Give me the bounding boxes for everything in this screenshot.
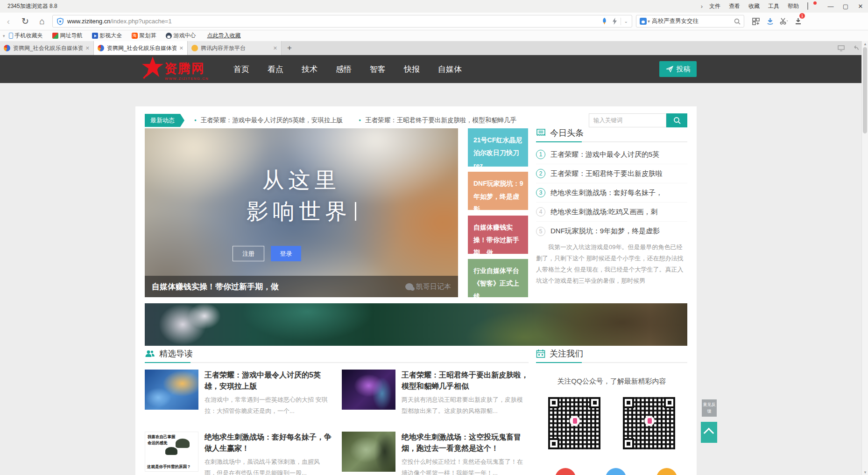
minimize-button[interactable]: — <box>823 0 838 13</box>
download-icon[interactable]: 1 <box>791 15 805 28</box>
tab-close-icon[interactable]: ✕ <box>179 45 183 51</box>
nav-tech[interactable]: 技术 <box>302 64 318 75</box>
site-search <box>589 113 687 127</box>
share-icon-red[interactable] <box>555 468 576 475</box>
bookmark-site-nav[interactable]: 网址导航 <box>52 32 83 40</box>
new-tab-button[interactable]: + <box>282 41 297 55</box>
chevron-up-icon <box>704 428 714 439</box>
reopen-closed-tab-icon[interactable] <box>850 43 861 53</box>
tencent-favicon <box>191 45 198 51</box>
carousel-thumb-zhike[interactable]: 行业自媒体平台《智客》正式上线 <box>468 259 528 297</box>
nav-home[interactable]: 首页 <box>233 64 249 75</box>
back-button[interactable]: ‹ <box>0 16 17 27</box>
bookmark-game-center[interactable]: 游戏中心 <box>166 32 196 40</box>
accelerate-rocket-icon[interactable] <box>600 17 608 25</box>
vertical-scrollbar[interactable]: ▲ ▼ <box>861 41 868 475</box>
carousel-thumb-list: 21号CF红水晶尼泊尔改日刀快刀rez DNF玩家脱坑：9年如梦，终是虚影 自媒… <box>468 128 528 297</box>
close-button[interactable]: ✕ <box>853 0 868 13</box>
site-search-button[interactable] <box>666 113 687 127</box>
article-thumbnail: 我喜欢自己掌握命运的感觉 这就是你手抖雷的原因？ <box>145 432 198 472</box>
scroll-up-arrow[interactable]: ▲ <box>862 41 868 47</box>
bookmarks-caret-icon[interactable]: ▾ <box>3 34 5 38</box>
bookmark-phone-favorites[interactable]: 手机收藏夹 <box>9 32 43 40</box>
watermark: 凯哥日记本 <box>405 282 451 291</box>
menu-collapse-icon[interactable]: › <box>701 3 703 10</box>
home-button[interactable]: ⌂ <box>34 16 50 27</box>
bookmark-juhuasuan[interactable]: 淘 聚划算 <box>132 32 156 40</box>
back-to-top-button[interactable] <box>701 422 717 443</box>
share-icon-orange[interactable] <box>656 468 677 475</box>
headline-item[interactable]: 3 绝地求生刺激战场：套好每名妹子， <box>536 183 687 203</box>
menu-favorites[interactable]: 收藏 <box>748 2 760 10</box>
browser-search-input[interactable] <box>652 18 734 25</box>
maximize-button[interactable]: ▢ <box>838 0 853 13</box>
tab-tencent-open[interactable]: 腾讯内容开放平台 ✕ <box>188 41 282 55</box>
carousel-thumb-dnf[interactable]: DNF玩家脱坑：9年如梦，终是虚影 <box>468 172 528 210</box>
bookmark-movies[interactable]: 影视大全 <box>92 32 122 40</box>
share-icon-blue[interactable] <box>606 468 626 475</box>
ticker-item[interactable]: 王者荣耀：王昭君终于要出新皮肤啦，模型和貂蝉几乎 <box>359 116 516 125</box>
window-title: 2345加速浏览器 8.8 <box>7 2 57 10</box>
search-icon[interactable] <box>734 18 741 25</box>
cursor-bar <box>355 202 356 221</box>
menu-help[interactable]: 帮助 <box>788 2 799 10</box>
menu-tools[interactable]: 工具 <box>768 2 779 10</box>
skin-icon[interactable] <box>807 3 816 10</box>
article-card[interactable]: 绝地求生刺激战场：这空投玩鬼畜冒烟，跑过去一看竟然是这个！ 空投什么时候正经过！… <box>342 432 529 475</box>
featured-readers-icon <box>145 349 155 358</box>
scrollbar-thumb[interactable] <box>863 47 867 133</box>
feedback-float-button[interactable]: 意见反馈 <box>702 399 717 417</box>
nav-we-media[interactable]: 自媒体 <box>438 64 462 75</box>
bookmark-import-link[interactable]: 点此导入收藏 <box>205 32 241 40</box>
send-to-desktop-icon[interactable] <box>835 43 847 53</box>
headlines-section: 今日头条 1 王者荣耀：游戏中最令人讨厌的5英 2 王者荣耀：王昭君终于要出新皮… <box>536 128 687 286</box>
screenshot-scissors-icon[interactable] <box>777 15 791 28</box>
article-thumbnail <box>145 370 198 410</box>
register-button[interactable]: 注册 <box>233 246 264 261</box>
tab-close-icon[interactable]: ✕ <box>85 45 90 51</box>
save-arrow-icon[interactable] <box>763 15 777 28</box>
refresh-button[interactable]: ↻ <box>17 16 34 27</box>
search-engine-caret-icon[interactable]: ▾ <box>648 19 650 24</box>
nav-highlights[interactable]: 看点 <box>268 64 283 75</box>
carousel-thumb-cf[interactable]: 21号CF红水晶尼泊尔改日刀快刀rez <box>468 128 528 167</box>
app-center-icon[interactable] <box>749 15 763 28</box>
scroll-down-arrow[interactable]: ▼ <box>862 469 868 475</box>
featured-title: 精选导读 <box>159 348 193 359</box>
site-logo[interactable]: 资腾网 WWW.ZIZITENG.CN <box>135 55 214 83</box>
nav-zhike[interactable]: 智客 <box>370 64 386 75</box>
qq-qr-code <box>548 397 600 449</box>
banner-image[interactable] <box>145 303 687 346</box>
address-bar[interactable]: www.ziziteng.cn /index.php?upcache=1 ⌄ <box>52 15 632 28</box>
tab-close-icon[interactable]: ✕ <box>273 45 277 51</box>
carousel-thumb-wemedia[interactable]: 自媒体赚钱实操！带你过新手期，做 <box>468 216 528 254</box>
menu-view[interactable]: 查看 <box>729 2 740 10</box>
menu-file[interactable]: 文件 <box>709 2 720 10</box>
nav-express[interactable]: 快报 <box>404 64 420 75</box>
tab-ziteng-1[interactable]: 资腾网_社会化娱乐自媒体资讯 ✕ <box>0 41 94 55</box>
headline-item[interactable]: 4 绝地求生刺激战场:吃鸡又画画，刺 <box>536 203 687 222</box>
article-card[interactable]: 王者荣耀：王昭君终于要出新皮肤啦，模型和貂蝉几乎相似 两天就有消息说王昭君要出新… <box>342 370 529 417</box>
article-card[interactable]: 王者荣耀：游戏中最令人讨厌的5英雄，安琪拉上版 在游戏中，常常遇到一些英雄恶心的… <box>145 370 332 417</box>
wechat-qr-code <box>623 397 675 449</box>
login-button[interactable]: 登录 <box>271 246 301 261</box>
article-thumbnail <box>342 370 395 410</box>
hero-carousel[interactable]: 从这里 影响世界 注册 登录 自媒体赚钱实操！带你过新手期，做 凯哥日记本 <box>145 128 458 297</box>
nav-insights[interactable]: 感悟 <box>336 64 352 75</box>
tab-ziteng-2-active[interactable]: 资腾网_社会化娱乐自媒体资讯 ✕ <box>94 41 188 55</box>
lightning-icon[interactable] <box>612 18 617 25</box>
article-card[interactable]: 我喜欢自己掌握命运的感觉 这就是你手抖雷的原因？ 绝地求生刺激战场：套好每名妹子… <box>145 432 332 475</box>
slide-caption[interactable]: 自媒体赚钱实操！带你过新手期，做 <box>152 281 279 292</box>
headline-item[interactable]: 5 DNF玩家脱坑：9年如梦，终是虚影 <box>536 222 687 241</box>
headline-item[interactable]: 2 王者荣耀：王昭君终于要出新皮肤啦 <box>536 164 687 183</box>
submit-post-button[interactable]: 投稿 <box>659 61 697 77</box>
movie-play-icon <box>92 33 98 39</box>
site-search-input[interactable] <box>589 113 666 127</box>
ticker-item[interactable]: 王者荣耀：游戏中最令人讨厌的5英雄，安琪拉上版 <box>194 116 343 125</box>
wechat-icon <box>405 283 413 290</box>
headline-excerpt: 我第一次入坑这游戏是09年。但是最早的角色已经删了，只剩下这个 那时候还是个小学… <box>536 242 687 286</box>
headline-item[interactable]: 1 王者荣耀：游戏中最令人讨厌的5英 <box>536 145 687 164</box>
logo-text: 资腾网 <box>164 60 205 77</box>
browser-search-box[interactable]: ▾ <box>636 15 744 28</box>
address-dropdown-icon[interactable]: ⌄ <box>624 19 628 24</box>
